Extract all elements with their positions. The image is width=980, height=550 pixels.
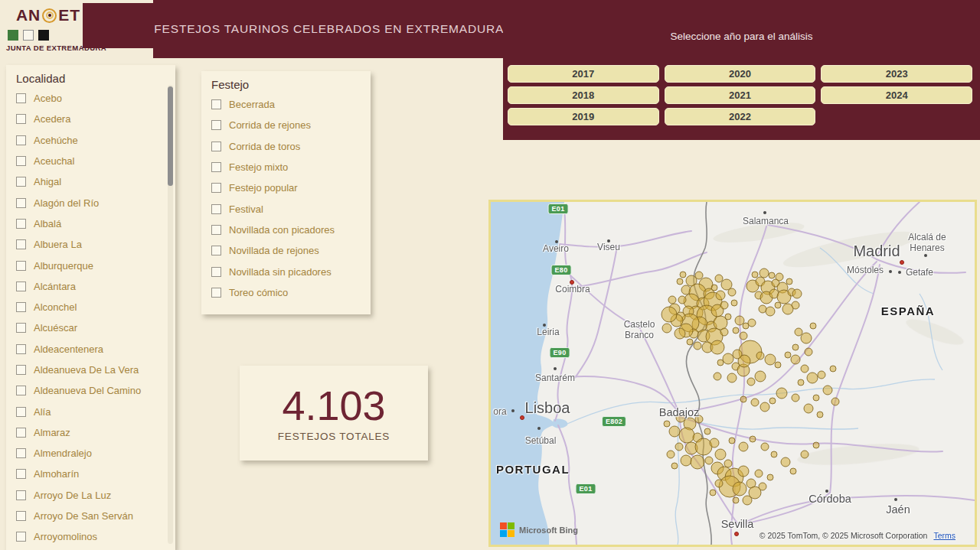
map-attribution: © 2025 TomTom, © 2025 Microsoft Corporat… xyxy=(760,531,956,540)
checkbox-icon[interactable] xyxy=(16,135,26,145)
localidad-item-label: Almoharín xyxy=(34,468,79,480)
festejo-item-becerrada[interactable]: Becerrada xyxy=(201,94,371,115)
city-dot xyxy=(570,280,574,285)
localidad-item-alburquerque[interactable]: Alburquerque xyxy=(6,255,175,275)
localidad-item-albal[interactable]: Albalá xyxy=(6,213,175,234)
localidad-item-acebo[interactable]: Acebo xyxy=(6,88,175,109)
year-button-2023[interactable]: 2023 xyxy=(821,65,972,83)
localidad-item-alc-ntara[interactable]: Alcántara xyxy=(6,276,175,297)
map-label-espa-a: ESPAÑA xyxy=(881,304,935,317)
localidad-item-label: Arroyomolinos xyxy=(34,531,97,542)
checkbox-icon[interactable] xyxy=(16,239,26,249)
localidad-item-alag-n-del-r-o[interactable]: Alagón del Río xyxy=(6,192,175,213)
localidad-item-almohar-n[interactable]: Almoharín xyxy=(6,464,175,484)
localidad-item-aceh-che[interactable]: Acehúche xyxy=(6,130,175,151)
city-dot xyxy=(889,270,892,273)
map-label-leiria: Leiria xyxy=(537,327,559,338)
localidad-item-aldeacentenera[interactable]: Aldeacentenera xyxy=(6,339,175,360)
map-canvas[interactable]: SalamancaMadridAlcalá de HenaresMóstoles… xyxy=(491,202,975,545)
localidad-item-label: Alagón del Río xyxy=(34,197,99,209)
checkbox-icon[interactable] xyxy=(16,219,26,229)
festejo-item-label: Becerrada xyxy=(229,99,275,110)
checkbox-icon[interactable] xyxy=(16,407,26,417)
checkbox-icon[interactable] xyxy=(16,428,26,438)
localidad-slicer: Localidad AceboAcederaAcehúcheAceuchalAh… xyxy=(6,65,175,550)
festejo-item-novillada-de-rejones[interactable]: Novillada de rejones xyxy=(201,240,371,261)
checkbox-icon[interactable] xyxy=(16,323,26,333)
city-dot xyxy=(734,532,739,536)
year-button-2021[interactable]: 2021 xyxy=(665,86,816,104)
checkbox-icon[interactable] xyxy=(211,120,221,130)
localidad-item-aldeanueva-del-camino[interactable]: Aldeanueva Del Camino xyxy=(6,380,175,401)
checkbox-icon[interactable] xyxy=(211,183,221,193)
localidad-item-aldeanueva-de-la-vera[interactable]: Aldeanueva De La Vera xyxy=(6,360,175,380)
checkbox-icon[interactable] xyxy=(211,246,221,255)
festejo-item-novillada-sin-picadores[interactable]: Novillada sin picadores xyxy=(201,261,371,282)
localidad-item-acedera[interactable]: Acedera xyxy=(6,109,175,129)
checkbox-icon[interactable] xyxy=(211,99,221,109)
checkbox-icon[interactable] xyxy=(211,204,221,214)
localidad-item-alconchel[interactable]: Alconchel xyxy=(6,297,175,317)
terms-link[interactable]: Terms xyxy=(933,531,956,540)
microsoft-logo-icon xyxy=(500,522,514,537)
checkbox-icon[interactable] xyxy=(16,490,26,500)
festejo-item-toreo-c-mico[interactable]: Toreo cómico xyxy=(201,282,371,303)
checkbox-icon[interactable] xyxy=(16,511,26,521)
checkbox-icon[interactable] xyxy=(16,344,26,354)
localidad-item-label: Alía xyxy=(34,406,51,418)
localidad-item-almendralejo[interactable]: Almendralejo xyxy=(6,443,175,464)
festejo-item-novillada-con-picadores[interactable]: Novillada con picadores xyxy=(201,220,371,240)
localidad-item-arroyomolinos[interactable]: Arroyomolinos xyxy=(6,526,175,547)
localidad-item-arroyo-de-san-serv-n[interactable]: Arroyo De San Serván xyxy=(6,506,175,526)
scrollbar-thumb[interactable] xyxy=(168,86,173,186)
localidad-item-label: Alcuéscar xyxy=(34,322,77,334)
checkbox-icon[interactable] xyxy=(16,93,26,103)
year-button-2019[interactable]: 2019 xyxy=(508,108,659,125)
year-button-2018[interactable]: 2018 xyxy=(508,86,659,104)
year-button-2024[interactable]: 2024 xyxy=(821,86,972,104)
checkbox-icon[interactable] xyxy=(16,302,26,312)
localidad-item-label: Alcántara xyxy=(34,281,76,292)
city-dot xyxy=(898,271,901,274)
checkbox-icon[interactable] xyxy=(16,532,26,542)
checkbox-icon[interactable] xyxy=(16,469,26,479)
map-label-m-stoles: Móstoles xyxy=(847,265,884,276)
checkbox-icon[interactable] xyxy=(16,448,26,458)
checkbox-icon[interactable] xyxy=(16,114,26,124)
city-dot xyxy=(825,490,828,493)
localidad-item-aceuchal[interactable]: Aceuchal xyxy=(6,151,175,171)
checkbox-icon[interactable] xyxy=(16,156,26,166)
localidad-item-label: Alburquerque xyxy=(34,260,93,272)
festejo-item-festejo-popular[interactable]: Festejo popular xyxy=(201,177,371,198)
localidad-item-albuera-la[interactable]: Albuera La xyxy=(6,234,175,255)
map-labels: SalamancaMadridAlcalá de HenaresMóstoles… xyxy=(491,202,975,545)
checkbox-icon[interactable] xyxy=(211,225,221,235)
year-button-2017[interactable]: 2017 xyxy=(508,65,659,83)
map-label-viseu: Viseu xyxy=(597,242,620,253)
checkbox-icon[interactable] xyxy=(16,282,26,291)
localidad-item-arroyo-de-la-luz[interactable]: Arroyo De La Luz xyxy=(6,485,175,506)
checkbox-icon[interactable] xyxy=(211,142,221,151)
festejo-item-festejo-mixto[interactable]: Festejo mixto xyxy=(201,157,371,177)
localidad-item-ahigal[interactable]: Ahigal xyxy=(6,171,175,192)
checkbox-icon[interactable] xyxy=(16,365,26,375)
festejo-item-label: Novillada de rejones xyxy=(229,245,319,256)
festejo-item-festival[interactable]: Festival xyxy=(201,198,371,219)
festejo-item-corrida-de-toros[interactable]: Corrida de toros xyxy=(201,136,371,157)
year-button-2020[interactable]: 2020 xyxy=(665,65,816,83)
checkbox-icon[interactable] xyxy=(16,386,26,395)
checkbox-icon[interactable] xyxy=(16,198,26,208)
year-button-2022[interactable]: 2022 xyxy=(665,108,816,125)
checkbox-icon[interactable] xyxy=(211,288,221,298)
brand-suffix: ET xyxy=(58,6,80,24)
checkbox-icon[interactable] xyxy=(16,177,26,187)
checkbox-icon[interactable] xyxy=(16,261,26,271)
localidad-item-al-a[interactable]: Alía xyxy=(6,401,175,421)
localidad-item-almaraz[interactable]: Almaraz xyxy=(6,422,175,443)
extremadura-flag-squares xyxy=(8,30,90,41)
kpi-card: 4.103 FESTEJOS TOTALES xyxy=(240,366,428,461)
checkbox-icon[interactable] xyxy=(211,162,221,172)
localidad-item-alcu-scar[interactable]: Alcuéscar xyxy=(6,317,175,338)
checkbox-icon[interactable] xyxy=(211,267,221,277)
festejo-item-corrida-de-rejones[interactable]: Corrida de rejones xyxy=(201,115,371,135)
